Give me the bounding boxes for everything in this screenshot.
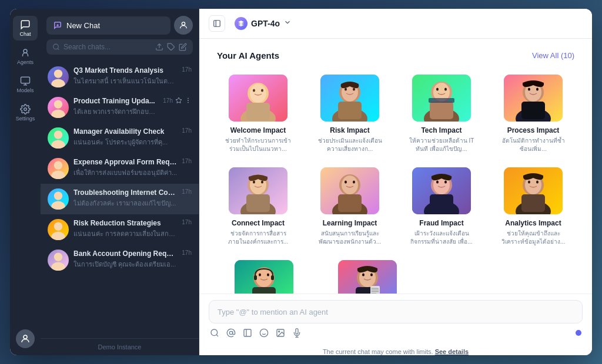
model-chevron-icon [283,18,292,29]
sidebar-item-agents[interactable]: Agents [13,44,38,69]
chat-meta: 17h [182,188,192,195]
mention-button[interactable] [226,328,236,338]
chat-time: 17h [163,97,173,104]
chat-meta: 17h [182,127,192,134]
agent-image [229,75,287,122]
chat-item[interactable]: Manager Availability Check แน่นอนค่ะ โปร… [41,123,199,153]
agent-image [235,260,293,294]
svg-point-104 [259,274,261,277]
sidebar-footer: Demo Instance [41,338,199,355]
agent-name: Learning Impact [323,219,377,227]
chat-item[interactable]: Bank Account Opening Require... ในการเปิ… [41,245,199,275]
agent-card-compliance-impact[interactable]: Compliance Impact ช่วยตอบคำถามด้านการปฏิ… [320,255,414,294]
svg-point-114 [362,274,364,277]
agent-card-connect-impact[interactable]: Connect Impact ช่วยจัดการการสื่อสารภายใน… [217,163,299,251]
avatar [48,250,69,271]
sidebar-item-models[interactable]: Models [13,72,38,97]
upload-icon[interactable] [155,43,163,51]
chat-input[interactable] [218,308,574,316]
agent-image [320,167,379,214]
agent-image [320,75,379,122]
agent-desc: ให้ความช่วยเหลือด้าน IT ทันที เพื่อแก้ไข… [405,137,478,153]
chat-item[interactable]: Expense Approval Form Request เพื่อให้กา… [41,153,199,184]
agent-card-analytics-impact[interactable]: Analytics Impact ช่วยให้คุณเข้าถึงและวิเ… [492,163,574,251]
agent-image [504,75,563,122]
svg-point-29 [54,252,62,261]
chat-info: Manager Availability Check แน่นอนค่ะ โปร… [73,127,177,147]
agents-title: Your AI Agents [217,50,279,60]
svg-point-40 [261,89,263,92]
svg-point-96 [528,181,530,184]
emoji-button[interactable] [259,328,269,338]
chat-item[interactable]: Q3 Market Trends Analysis ในไตรมาสนี้ เร… [41,62,199,92]
svg-rect-37 [246,103,270,120]
chat-time: 17h [182,250,192,256]
model-selector[interactable]: GPT-4o [230,15,296,32]
mic-icon [292,328,302,338]
view-all-link[interactable]: View All (10) [532,51,574,60]
mic-button[interactable] [292,328,302,338]
agent-card-tech-impact[interactable]: Tech Impact ให้ความช่วยเหลือด้าน IT ทันท… [400,70,483,158]
chat-info: Bank Account Opening Require... ในการเปิ… [73,250,177,269]
svg-rect-102 [252,287,276,294]
svg-rect-62 [521,102,545,119]
chat-sidebar-header: New Chat [41,9,199,39]
chat-preview: ในไตรมาสนี้ เราเห็นแนวโน้มในตลา... [73,76,177,86]
svg-rect-45 [338,102,362,119]
image-button[interactable] [276,328,285,338]
agent-name: Connect Impact [232,219,285,227]
agent-card-fraud-impact[interactable]: Fraud Impact เฝ้าระวังและแจ้งเตือนกิจกรร… [400,163,483,251]
chat-item[interactable]: Troubleshooting Internet Conn... ไม่ต้อง… [41,184,199,214]
search-icon [52,43,60,51]
chat-item[interactable]: Risk Reduction Strategies แน่นอนค่ะ การล… [41,214,199,245]
chat-info: Risk Reduction Strategies แน่นอนค่ะ การล… [73,219,177,239]
agent-desc: สนับสนุนการเรียนรู้และพัฒนาของพนักงานด้ว… [313,230,386,246]
sidebar-item-chat[interactable]: Chat [13,16,38,41]
chat-preview: ได้เลย พวกเราจัดการฝึกอบรมที่... [73,106,158,117]
sidebar-item-agents-label: Agents [17,59,34,65]
new-chat-label: New Chat [66,21,100,30]
model-icon [235,17,248,30]
agent-card-welcome-impact[interactable]: Welcome Impact ช่วยทำให้กระบวนการเข้าร่ว… [217,70,299,158]
chat-item[interactable]: Product Training Upda... ได้เลย พวกเราจั… [41,92,199,123]
search-input-button[interactable] [210,328,219,338]
agent-card-risk-impact[interactable]: Risk Impact ช่วยประเมินและแจ้งเตือนความเ… [309,70,391,158]
svg-point-27 [54,222,62,230]
input-box [209,300,583,323]
sidebar-item-settings[interactable]: Settings [13,100,38,125]
chat-input-area [199,294,592,346]
chat-info: Product Training Upda... ได้เลย พวกเราจั… [73,97,158,117]
chat-time: 17h [182,66,192,73]
new-chat-button[interactable]: New Chat [46,16,170,35]
sidebar-toggle-button[interactable] [209,15,225,32]
avatar [48,97,69,118]
chat-preview: แน่นอนค่ะ การลดความเสี่ยงในสกา... [73,228,177,239]
agent-card-service-impact[interactable]: Service Impact พร้อมช่วยเหลือลูกค้าในการ… [217,255,311,294]
user-profile-button[interactable] [16,329,35,348]
agent-name: Process Impact [507,126,560,134]
tag-icon[interactable] [167,43,175,51]
agent-name: Risk Impact [330,126,369,134]
see-details-link[interactable]: See details [435,348,469,355]
agent-card-process-impact[interactable]: Process Impact อัตโนมัติการทำงานที่ซ้ำซ้… [492,70,574,158]
chat-title: Product Training Upda... [73,97,158,105]
more-icon[interactable] [185,97,192,104]
chat-time: 17h [182,127,192,134]
chat-info: Expense Approval Form Request เพื่อให้กา… [73,158,177,178]
user-avatar-button[interactable] [174,16,193,35]
agent-card-learning-impact[interactable]: Learning Impact สนับสนุนการเรียนรู้และพั… [309,163,391,251]
search-input[interactable] [63,43,152,51]
edit-icon[interactable] [179,43,187,51]
chat-title: Bank Account Opening Require... [73,250,177,258]
footer-text: The current chat may come with limits. [323,348,433,355]
avatar [48,158,69,179]
svg-point-48 [353,88,355,91]
svg-rect-1 [21,77,30,83]
svg-point-23 [54,161,62,169]
app-container: Chat Agents Models Settings [10,9,592,355]
chat-title: Manager Availability Check [73,127,177,136]
attach-button[interactable] [243,328,252,338]
send-dot[interactable] [576,330,581,336]
star-icon[interactable] [175,97,182,104]
agent-desc: อัตโนมัติการทำงานที่ซ้ำซ้อนเพิ่ม... [497,137,570,153]
